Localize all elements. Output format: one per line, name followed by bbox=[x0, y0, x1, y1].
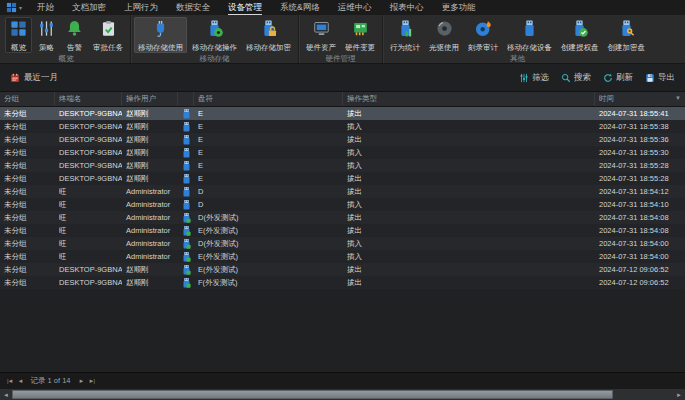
cell-terminal: DESKTOP-9GBNA80 bbox=[55, 107, 122, 120]
ribbon-button-storage-usage[interactable]: 移动存储使用 bbox=[134, 17, 187, 53]
date-range-filter[interactable]: 最近一月 bbox=[10, 72, 58, 84]
ribbon-group-overview: 概览策略告警审批任务概览 bbox=[2, 15, 130, 63]
ribbon-button-alert[interactable]: 告警 bbox=[61, 17, 88, 53]
first-page-button[interactable]: |◄ bbox=[7, 378, 13, 384]
column-header-terminal[interactable]: 终端名 bbox=[55, 92, 122, 106]
scroll-right-arrow[interactable]: ► bbox=[675, 392, 683, 398]
cell-drive-icon bbox=[178, 107, 194, 120]
column-header-label: 操作用户 bbox=[126, 94, 156, 104]
prev-page-button[interactable]: ◄ bbox=[18, 378, 23, 384]
cell-action-type: 拔出 bbox=[343, 172, 595, 185]
cell-operator: 赵顺刚 bbox=[122, 107, 178, 120]
table-row[interactable]: 未分组旺AdministratorD(外发测试)拔出2024-07-31 18:… bbox=[0, 211, 685, 224]
ribbon-button-label: 概览 bbox=[11, 43, 26, 52]
cell-drive-icon bbox=[178, 185, 194, 198]
cell-operator: Administrator bbox=[122, 237, 178, 250]
column-menu-arrow[interactable]: ▼ bbox=[675, 95, 681, 101]
cell-group: 未分组 bbox=[0, 172, 55, 185]
cell-action-type: 拔出 bbox=[343, 211, 595, 224]
cell-operator: Administrator bbox=[122, 211, 178, 224]
ribbon-button-policy[interactable]: 策略 bbox=[33, 17, 60, 53]
ribbon-button-burn-audit[interactable]: 刻录审计 bbox=[464, 17, 502, 53]
cell-drive-icon bbox=[178, 133, 194, 146]
column-header-operator[interactable]: 操作用户 bbox=[122, 92, 178, 106]
cell-group: 未分组 bbox=[0, 250, 55, 263]
usb-gear-icon bbox=[205, 19, 224, 42]
ribbon-button-optical-use[interactable]: 光驱使用 bbox=[425, 17, 463, 53]
ribbon-button-hardware-asset[interactable]: 硬件资产 bbox=[302, 17, 340, 53]
cell-operator: 赵顺刚 bbox=[122, 159, 178, 172]
cell-drive: E bbox=[194, 146, 343, 159]
menu-item-ops-center[interactable]: 运维中心 bbox=[329, 0, 381, 15]
column-header-group[interactable]: 分组 bbox=[0, 92, 55, 106]
menu-item-web-behavior[interactable]: 上网行为 bbox=[115, 0, 167, 15]
ribbon-group-hardware-mgmt: 硬件资产硬件变更硬件管理 bbox=[298, 15, 382, 63]
cell-terminal: DESKTOP-9GBNA80 bbox=[55, 146, 122, 159]
table-row[interactable]: 未分组DESKTOP-9GBNA80赵顺刚E拔出2024-07-31 18:55… bbox=[0, 133, 685, 146]
filter-button[interactable]: 筛选 bbox=[519, 72, 549, 84]
last-page-button[interactable]: ►| bbox=[88, 378, 94, 384]
cell-terminal: 旺 bbox=[55, 185, 122, 198]
scrollbar-thumb[interactable] bbox=[12, 390, 613, 399]
table-row[interactable]: 未分组DESKTOP-9GBNA80赵顺刚E插入2024-07-31 18:55… bbox=[0, 146, 685, 159]
menu-item-start[interactable]: 开始 bbox=[28, 0, 63, 15]
menu-item-device-mgmt[interactable]: 设备管理 bbox=[219, 0, 271, 15]
cell-action-type: 拔出 bbox=[343, 185, 595, 198]
table-row[interactable]: 未分组旺AdministratorE(外发测试)拔出2024-07-31 18:… bbox=[0, 224, 685, 237]
menu-item-more-features[interactable]: 更多功能 bbox=[433, 0, 485, 15]
table-row[interactable]: 未分组旺AdministratorD拔出2024-07-31 18:54:12 bbox=[0, 185, 685, 198]
table-row[interactable]: 未分组旺AdministratorD插入2024-07-31 18:54:10 bbox=[0, 198, 685, 211]
table-row[interactable]: 未分组DESKTOP-9GBNA80赵顺刚E(外发测试)拔出2024-07-12… bbox=[0, 263, 685, 276]
cell-drive: F(外发测试) bbox=[194, 276, 343, 289]
search-icon bbox=[561, 73, 571, 83]
logo-menu-arrow[interactable]: ▾ bbox=[19, 4, 22, 11]
cell-drive: E bbox=[194, 172, 343, 185]
table-row[interactable]: 未分组DESKTOP-9GBNA80赵顺刚E拔出2024-07-31 18:55… bbox=[0, 107, 685, 120]
column-header-drive-icon[interactable] bbox=[178, 92, 194, 106]
ribbon-button-create-grant-disk[interactable]: 创建授权盘 bbox=[557, 17, 603, 53]
hardware-change-icon bbox=[351, 19, 370, 42]
cell-time: 2024-07-31 18:55:36 bbox=[595, 133, 685, 146]
horizontal-scrollbar[interactable]: ◄ ► bbox=[0, 389, 685, 400]
next-page-button[interactable]: ► bbox=[78, 378, 83, 384]
cell-operator: 赵顺刚 bbox=[122, 146, 178, 159]
scroll-left-arrow[interactable]: ◄ bbox=[2, 392, 10, 398]
usb-stats-icon bbox=[396, 19, 415, 42]
disc-burn-icon bbox=[474, 19, 493, 42]
ribbon-button-hardware-change[interactable]: 硬件变更 bbox=[341, 17, 379, 53]
menu-item-doc-encrypt[interactable]: 文档加密 bbox=[63, 0, 115, 15]
ribbon-button-storage-encrypt[interactable]: 移动存储加密 bbox=[242, 17, 295, 53]
cell-terminal: DESKTOP-9GBNA80 bbox=[55, 133, 122, 146]
ribbon-button-overview[interactable]: 概览 bbox=[5, 17, 32, 53]
column-header-drive[interactable]: 盘符 bbox=[194, 92, 343, 106]
export-button[interactable]: 导出 bbox=[645, 72, 675, 84]
cell-drive-icon bbox=[178, 211, 194, 224]
ribbon-button-behavior-stats[interactable]: 行为统计 bbox=[386, 17, 424, 53]
column-header-action-type[interactable]: 操作类型 bbox=[343, 92, 595, 106]
ribbon-button-approval-tasks[interactable]: 审批任务 bbox=[89, 17, 127, 53]
alert-bell-icon bbox=[65, 19, 84, 42]
cell-terminal: 旺 bbox=[55, 211, 122, 224]
table-row[interactable]: 未分组DESKTOP-9GBNA80赵顺刚F(外发测试)拔出2024-07-12… bbox=[0, 276, 685, 289]
menu-item-report-center[interactable]: 报表中心 bbox=[381, 0, 433, 15]
usb-grant-icon bbox=[570, 19, 589, 42]
cell-drive-icon bbox=[178, 263, 194, 276]
record-count-label: 记录 1 of 14 bbox=[30, 376, 70, 386]
menu-item-system-network[interactable]: 系统&网络 bbox=[271, 0, 329, 15]
usb-plug-icon bbox=[151, 19, 170, 42]
table-row[interactable]: 未分组旺AdministratorE(外发测试)插入2024-07-31 18:… bbox=[0, 250, 685, 263]
ribbon-button-create-encrypt-disk[interactable]: 创建加密盘 bbox=[604, 17, 650, 53]
cell-drive-icon bbox=[178, 120, 194, 133]
table-row[interactable]: 未分组旺AdministratorD(外发测试)插入2024-07-31 18:… bbox=[0, 237, 685, 250]
table-row[interactable]: 未分组DESKTOP-9GBNA80赵顺刚E插入2024-07-31 18:55… bbox=[0, 159, 685, 172]
column-header-time[interactable]: 时间▼ bbox=[595, 92, 685, 106]
refresh-button[interactable]: 刷新 bbox=[603, 72, 633, 84]
table-row[interactable]: 未分组DESKTOP-9GBNA80赵顺刚E插入2024-07-31 18:55… bbox=[0, 120, 685, 133]
cell-terminal: 旺 bbox=[55, 224, 122, 237]
table-row[interactable]: 未分组DESKTOP-9GBNA80赵顺刚E拔出2024-07-31 18:55… bbox=[0, 172, 685, 185]
search-button[interactable]: 搜索 bbox=[561, 72, 591, 84]
app-logo-icon[interactable] bbox=[6, 2, 17, 13]
ribbon-button-storage-operation[interactable]: 移动存储操作 bbox=[188, 17, 241, 53]
ribbon-button-usb-devices[interactable]: 移动存储设备 bbox=[503, 17, 556, 53]
menu-item-data-security[interactable]: 数据安全 bbox=[167, 0, 219, 15]
